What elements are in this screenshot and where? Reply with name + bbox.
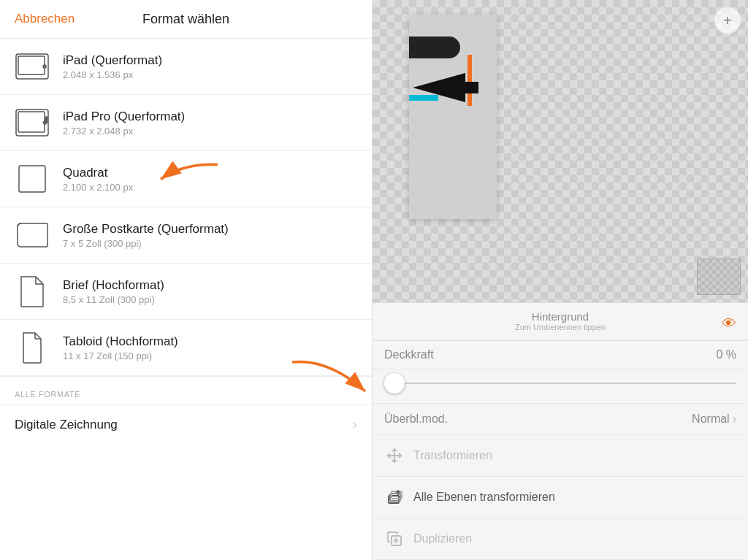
format-name: Große Postkarte (Querformat) [63, 222, 229, 237]
duplicate-icon [384, 529, 405, 549]
shape-black [409, 37, 460, 58]
tablet-pro-landscape-icon [15, 105, 50, 140]
orange-arrow-svg [153, 158, 219, 198]
tabloid-portrait-icon [15, 330, 50, 365]
thumbnail-preview [697, 258, 741, 295]
square-icon [15, 161, 50, 196]
format-selection-panel: Abbrechen Format wählen iPad (Querformat… [0, 0, 373, 560]
blend-label: Überbl.mod. [384, 413, 448, 426]
format-size: 8,5 x 11 Zoll (300 ppi) [63, 294, 164, 305]
move-icon [384, 445, 405, 466]
shape-teal [409, 95, 438, 101]
transform-action[interactable]: Transformieren [373, 435, 748, 477]
postcard-landscape-icon [15, 218, 50, 253]
format-size: 2.100 x 2.100 px [63, 182, 133, 193]
annotation-arrow-deckkraft [285, 355, 380, 409]
eye-icon[interactable]: 👁 [722, 315, 736, 332]
cancel-button[interactable]: Abbrechen [15, 12, 75, 26]
layer-title: Hintergrund [454, 310, 665, 323]
format-list: iPad (Querformat) 2.048 x 1.536 px iPad … [0, 39, 372, 560]
format-size: 7 x 5 Zoll (300 ppi) [63, 238, 229, 249]
letter-portrait-icon [15, 274, 50, 309]
format-item-ipad-pro-landscape[interactable]: iPad Pro (Querformat) 2.732 x 2.048 px [0, 95, 372, 151]
panel-title: Format wählen [142, 12, 229, 27]
format-info: iPad (Querformat) 2.048 x 1.536 px [63, 53, 162, 80]
opacity-slider[interactable] [384, 372, 736, 394]
blend-value-container: Normal › [692, 413, 736, 426]
layer-subtitle: Zum Umbenennen tippen [454, 323, 665, 337]
format-name: iPad (Querformat) [63, 53, 162, 68]
slider-row [373, 369, 748, 404]
svg-rect-1 [18, 56, 45, 74]
tablet-landscape-icon [15, 49, 50, 84]
transform-label: Transformieren [413, 449, 492, 462]
format-info: Quadrat 2.100 x 2.100 px [63, 166, 133, 193]
format-size: 2.048 x 1.536 px [63, 69, 162, 80]
svg-rect-6 [45, 116, 47, 123]
opacity-row: Deckkraft 0 % [373, 341, 748, 369]
canvas-card-inner [409, 15, 497, 219]
canvas-card [409, 15, 497, 219]
shape-orange [468, 55, 472, 106]
right-panel: + Hintergrund Zum Umbenennen tippen 👁 De… [373, 0, 748, 560]
opacity-value: 0 % [716, 348, 736, 361]
layer-header-row: Hintergrund Zum Umbenennen tippen 👁 [373, 303, 748, 340]
duplicate-label: Duplizieren [413, 532, 472, 545]
blend-chevron-icon: › [733, 413, 736, 426]
slider-track [384, 383, 736, 384]
format-item-ipad-landscape[interactable]: iPad (Querformat) 2.048 x 1.536 px [0, 39, 372, 95]
format-size: 11 x 17 Zoll (150 ppi) [63, 350, 178, 361]
layers-move-icon [384, 487, 405, 507]
format-name: iPad Pro (Querformat) [63, 110, 185, 124]
format-info: Tabloid (Hochformat) 11 x 17 Zoll (150 p… [63, 334, 178, 361]
duplicate-action[interactable]: Duplizieren [373, 518, 748, 560]
transform-all-action[interactable]: Alle Ebenen transformieren [373, 477, 748, 518]
blend-value: Normal [692, 413, 730, 426]
section-label: ALLE FORMATE [15, 390, 80, 399]
digitale-zeichnung-item[interactable]: Digitale Zeichnung › [0, 404, 372, 444]
section-item-label: Digitale Zeichnung [15, 418, 118, 432]
format-name: Brief (Hochformat) [63, 278, 164, 293]
format-info: iPad Pro (Querformat) 2.732 x 2.048 px [63, 110, 185, 137]
format-name: Quadrat [63, 166, 133, 180]
format-item-letter-portrait[interactable]: Brief (Hochformat) 8,5 x 11 Zoll (300 pp… [0, 264, 372, 320]
annotation-arrow-quadrat [153, 158, 219, 201]
layer-panel: Hintergrund Zum Umbenennen tippen 👁 [373, 302, 748, 340]
format-name: Tabloid (Hochformat) [63, 334, 178, 349]
format-item-large-postcard[interactable]: Große Postkarte (Querformat) 7 x 5 Zoll … [0, 207, 372, 264]
add-layer-button[interactable]: + [714, 7, 741, 34]
transform-all-label: Alle Ebenen transformieren [413, 491, 555, 504]
svg-rect-4 [18, 112, 45, 132]
actions-panel: Transformieren Alle Ebenen transformiere… [373, 435, 748, 560]
svg-rect-7 [19, 166, 45, 192]
orange-arrow-deckkraft-svg [285, 355, 380, 406]
format-item-square[interactable]: Quadrat 2.100 x 2.100 px [0, 151, 372, 207]
opacity-label: Deckkraft [384, 348, 434, 361]
header: Abbrechen Format wählen [0, 0, 372, 39]
format-info: Brief (Hochformat) 8,5 x 11 Zoll (300 pp… [63, 278, 164, 305]
blend-mode-row[interactable]: Überbl.mod. Normal › [373, 404, 748, 435]
slider-thumb[interactable] [384, 373, 405, 394]
format-info: Große Postkarte (Querformat) 7 x 5 Zoll … [63, 222, 229, 249]
properties-panel: Deckkraft 0 % [373, 340, 748, 435]
format-size: 2.732 x 2.048 px [63, 126, 185, 137]
canvas-area: + [373, 0, 748, 302]
chevron-right-icon: › [353, 417, 357, 432]
